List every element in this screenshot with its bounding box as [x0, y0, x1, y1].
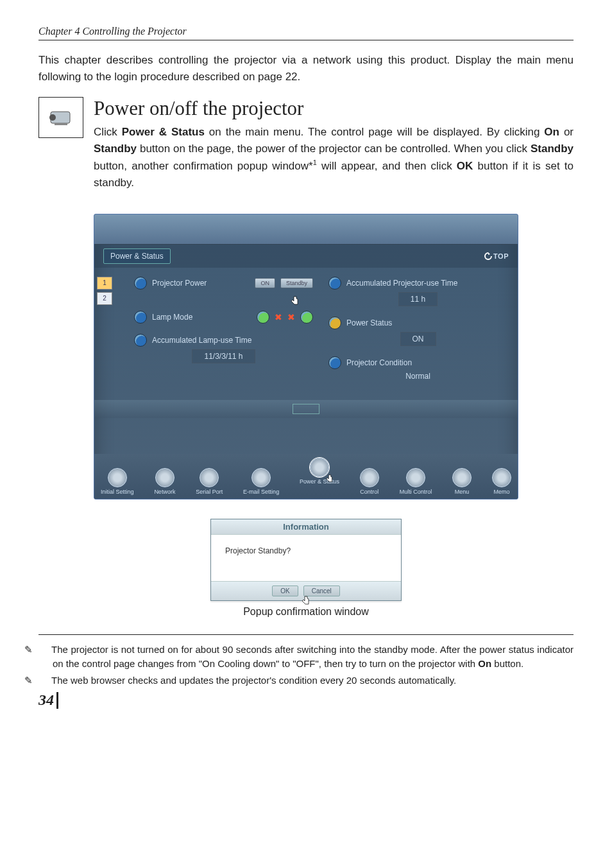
projector-icon: [38, 97, 83, 138]
lamp-mode-label: Lamp Mode: [152, 313, 251, 322]
condition-icon: [328, 356, 341, 369]
green-dot-icon: [300, 311, 313, 324]
nav-multi-control[interactable]: Multi Control: [400, 468, 432, 495]
side-tabs: 1 2: [94, 268, 124, 400]
section-title: Power on/off the projector: [94, 97, 574, 120]
note-icon: ✎: [38, 643, 47, 657]
chapter-header: Chapter 4 Controlling the Projector: [38, 26, 574, 40]
power-status-value: ON: [400, 332, 436, 346]
projector-condition-label: Projector Condition: [346, 358, 412, 367]
top-link[interactable]: TOP: [484, 252, 509, 260]
svg-rect-2: [55, 123, 67, 125]
hand-cursor-icon: [301, 595, 311, 608]
power-icon: [134, 277, 147, 290]
nav-initial-setting[interactable]: Initial Setting: [101, 468, 134, 495]
nav-email-setting[interactable]: E-mail Setting: [243, 468, 279, 495]
green-dot-icon: [257, 311, 269, 324]
lamp-use-time-label: Accumulated Lamp-use Time: [152, 336, 251, 345]
note-icon: ✎: [38, 673, 47, 688]
bottom-nav: Initial Setting Network Serial Port E-ma…: [94, 454, 518, 499]
footnote-separator: [38, 634, 574, 635]
tab-2[interactable]: 2: [97, 292, 112, 305]
dialog-message: Projector Standby?: [211, 535, 401, 581]
projector-use-time-value: 11 h: [398, 292, 438, 306]
footnotes: ✎The projector is not turned on for abou…: [38, 643, 574, 688]
nav-serial-port[interactable]: Serial Port: [196, 468, 223, 495]
nav-memo[interactable]: Memo: [492, 468, 511, 495]
nav-power-status[interactable]: Power & Status: [300, 458, 339, 495]
page-number: 34: [38, 691, 574, 709]
power-status-label: Power Status: [346, 318, 392, 327]
hand-cursor-icon: [290, 295, 300, 308]
svg-point-1: [49, 114, 56, 121]
tab-1[interactable]: 1: [97, 277, 112, 290]
cross-icon: ✖: [287, 312, 295, 322]
confirmation-dialog: Information Projector Standby? OK Cancel: [210, 519, 402, 601]
left-column: Projector Power ON Standby Lamp Mode ✖ ✖: [134, 277, 313, 391]
nav-menu[interactable]: Menu: [452, 468, 472, 495]
projector-power-label: Projector Power: [152, 279, 250, 288]
section-header-row: Power on/off the projector Click Power &…: [38, 97, 574, 192]
nav-network[interactable]: Network: [154, 468, 175, 495]
section-body-text: Click Power & Status on the main menu. T…: [94, 124, 574, 192]
intro-paragraph: This chapter describes controlling the p…: [38, 52, 574, 86]
clock-icon: [134, 334, 147, 347]
panel-title: Power & Status: [103, 248, 171, 264]
status-icon: [328, 317, 341, 329]
app-screenshot: Power & Status TOP 1 2 Projector Power O…: [94, 214, 518, 499]
dialog-ok-button[interactable]: OK: [272, 586, 298, 596]
cross-icon: ✖: [275, 312, 282, 322]
projector-condition-value: Normal: [405, 372, 430, 381]
clock-icon: [328, 277, 341, 290]
projector-use-time-label: Accumulated Projector-use Time: [346, 279, 457, 288]
standby-button[interactable]: Standby: [280, 278, 313, 288]
right-column: Accumulated Projector-use Time 11 h Powe…: [328, 277, 507, 391]
nav-control[interactable]: Control: [360, 468, 379, 495]
hand-cursor-icon: [325, 474, 334, 484]
lamp-use-time-value: 11/3/3/11 h: [192, 349, 255, 363]
dialog-title: Information: [211, 519, 401, 535]
on-button[interactable]: ON: [255, 278, 275, 288]
lamp-icon: [134, 311, 147, 324]
